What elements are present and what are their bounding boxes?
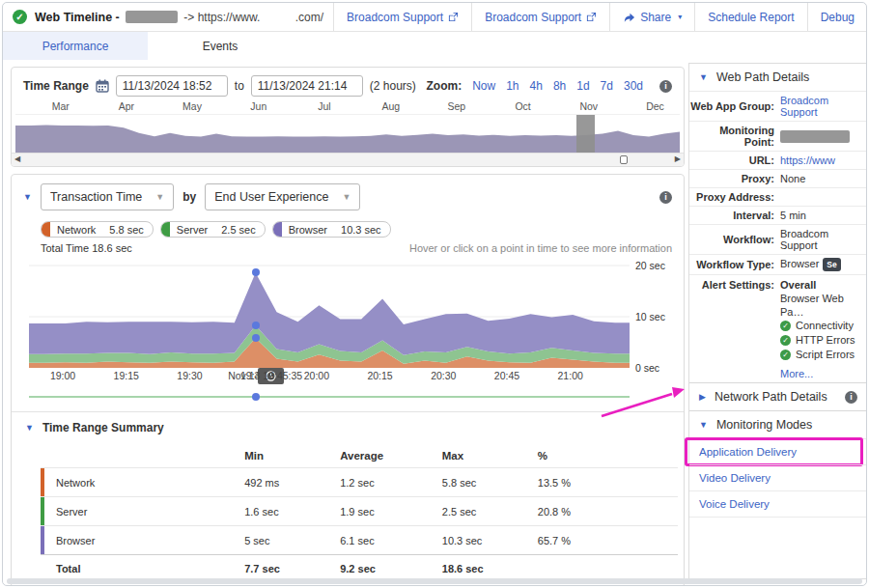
- month-label: Dec: [646, 100, 664, 112]
- month-label: Sep: [447, 100, 465, 112]
- sidebar-link-voice-delivery[interactable]: Voice Delivery: [689, 490, 867, 518]
- event-timeline[interactable]: [29, 391, 630, 403]
- info-icon[interactable]: i: [659, 80, 672, 93]
- detail-row-workflow-type: Workflow Type: BrowserSe: [689, 254, 867, 274]
- chart-plot-area[interactable]: 20 sec10 sec0 sec: [29, 258, 630, 368]
- dimension-select[interactable]: End User Experience▼: [205, 183, 360, 210]
- detail-row-interval: Interval: 5 min: [689, 206, 867, 224]
- zoom-4h[interactable]: 4h: [530, 79, 543, 93]
- to-label: to: [235, 79, 244, 93]
- x-axis-label: 19:30: [177, 370, 202, 381]
- tab-events[interactable]: Events: [148, 32, 293, 60]
- chart-tooltip: Nov 13 19:45:35: [258, 368, 284, 384]
- time-range-label: Time Range: [23, 79, 89, 93]
- timeline-scrollbar[interactable]: ◀ ▶: [12, 153, 684, 166]
- detail-row-alert-settings: Alert Settings: Overall Browser Web Pa… …: [689, 274, 867, 382]
- alert-overall: Overall: [780, 278, 861, 292]
- zoom-1h[interactable]: 1h: [506, 79, 519, 93]
- transaction-chart-svg: [29, 258, 630, 368]
- table-row-total: Total 7.7 sec 9.2 sec 18.6 sec: [41, 554, 678, 581]
- table-row-network: Network 492 ms 1.2 sec 5.8 sec 13.5 %: [41, 467, 678, 496]
- time-range-to-input[interactable]: [251, 75, 363, 97]
- alert-check-connectivity: ✓Connectivity: [780, 319, 861, 333]
- calendar-icon[interactable]: [96, 79, 109, 93]
- server-color-chip: [161, 222, 170, 237]
- share-button[interactable]: Share ▾: [610, 11, 694, 24]
- chevron-down-icon: ▼: [155, 192, 164, 202]
- tab-performance[interactable]: Performance: [3, 32, 148, 60]
- event-line: [29, 396, 630, 398]
- debug-button[interactable]: Debug: [808, 11, 856, 24]
- monitoring-modes-header[interactable]: ▼ Monitoring Modes: [689, 410, 867, 438]
- target-url-prefix: -> https://www.: [183, 11, 260, 24]
- table-row-server: Server 1.6 sec 1.9 sec 2.5 sec 20.8 %: [41, 496, 678, 525]
- zoom-8h[interactable]: 8h: [553, 79, 566, 93]
- url-link[interactable]: https://www: [780, 154, 861, 166]
- total-time-label: Total Time 18.6 sec: [41, 242, 132, 254]
- sidebar-link-video-delivery[interactable]: Video Delivery: [689, 464, 867, 490]
- zoom-label: Zoom:: [427, 79, 463, 93]
- network-path-details-header[interactable]: ▶ Network Path Details i: [689, 382, 867, 410]
- detail-row-proxy: Proxy: None: [689, 169, 867, 187]
- mini-month-labels: MarAprMayJunJulAugSepOctNovDec: [15, 100, 680, 114]
- more-link[interactable]: More...: [780, 368, 813, 379]
- metric-select[interactable]: Transaction Time▼: [41, 183, 174, 210]
- legend-browser[interactable]: Browser 10.3 sec: [272, 221, 391, 238]
- legend-network[interactable]: Network 5.8 sec: [41, 221, 154, 238]
- highlight-dot: [252, 322, 260, 329]
- zoom-now[interactable]: Now: [472, 79, 495, 93]
- collapse-triangle-icon: ▼: [699, 72, 708, 82]
- alert-check-script-errors: ✓Script Errors: [780, 348, 861, 362]
- summary-table: Min Average Max % Network 492 ms 1.2 sec…: [41, 444, 678, 581]
- timeline-scroll-handle[interactable]: [620, 155, 628, 164]
- transaction-chart[interactable]: 20 sec10 sec0 sec Nov 13 19:45:35 19:001…: [29, 258, 674, 382]
- web-app-group-link[interactable]: Broadcom Support: [780, 95, 861, 118]
- chevron-down-icon: ▾: [678, 13, 682, 21]
- web-path-details-header[interactable]: ▼ Web Path Details: [689, 64, 867, 91]
- y-axis-label: 0 sec: [635, 362, 659, 374]
- horizontal-scrollbar[interactable]: [7, 578, 862, 584]
- scroll-left-arrow-icon[interactable]: ◀: [14, 154, 20, 163]
- collapse-triangle-icon[interactable]: ▼: [23, 192, 32, 202]
- time-range-box: Time Range to (2 hours) Zoom: Now 1h 4h …: [11, 67, 685, 167]
- page-title: Web Timeline -: [35, 11, 120, 24]
- y-axis-label: 10 sec: [635, 311, 665, 322]
- detail-row-web-app-group: Web App Group: Broadcom Support: [689, 91, 867, 121]
- mini-timeline[interactable]: MarAprMayJunJulAugSepOctNovDec: [15, 100, 680, 153]
- broadcom-support-button-1[interactable]: Broadcom Support: [334, 11, 471, 24]
- month-label: Mar: [52, 100, 70, 112]
- zoom-1d[interactable]: 1d: [576, 79, 589, 93]
- event-dot[interactable]: [252, 393, 260, 401]
- broadcom-support-button-2[interactable]: Broadcom Support: [472, 11, 609, 24]
- network-color-chip: [42, 222, 50, 237]
- web-timeline-page: ✓ Web Timeline - -> https://www. .com/ B…: [2, 2, 867, 586]
- scroll-right-arrow-icon[interactable]: ▶: [675, 154, 681, 163]
- selenium-badge-icon: Se: [823, 258, 840, 271]
- share-icon: [623, 12, 635, 23]
- table-row-browser: Browser 5 sec 6.1 sec 10.3 sec 65.7 %: [41, 525, 678, 554]
- time-range-from-input[interactable]: [116, 75, 228, 97]
- collapse-triangle-icon[interactable]: ▼: [25, 423, 34, 433]
- info-icon[interactable]: i: [845, 391, 857, 404]
- detail-row-proxy-address: Proxy Address:: [689, 187, 867, 206]
- collapse-triangle-icon: ▼: [699, 420, 708, 430]
- month-label: Jun: [250, 100, 266, 112]
- zoom-7d[interactable]: 7d: [601, 79, 613, 93]
- schedule-report-button[interactable]: Schedule Report: [695, 11, 806, 24]
- main-panel: Time Range to (2 hours) Zoom: Now 1h 4h …: [11, 67, 685, 586]
- total-time-row: Total Time 18.6 sec Hover or click on a …: [41, 242, 672, 254]
- timeline-selection[interactable]: [576, 115, 595, 153]
- info-icon[interactable]: i: [659, 191, 672, 204]
- detail-row-url: URL: https://www: [689, 151, 867, 169]
- month-label: Nov: [579, 100, 598, 112]
- alert-profile-name: Browser Web Pa…: [780, 292, 861, 319]
- x-axis-label: 19:15: [114, 370, 139, 381]
- sidebar-link-application-delivery[interactable]: Application Delivery: [689, 438, 867, 464]
- legend-server[interactable]: Server 2.5 sec: [160, 221, 266, 238]
- x-axis-label: 20:15: [367, 370, 392, 381]
- tab-bar: Performance Events: [3, 32, 866, 60]
- x-axis-label: 19:00: [50, 370, 75, 381]
- zoom-30d[interactable]: 30d: [624, 79, 643, 93]
- chevron-down-icon: ▼: [342, 192, 350, 202]
- month-label: May: [182, 100, 202, 112]
